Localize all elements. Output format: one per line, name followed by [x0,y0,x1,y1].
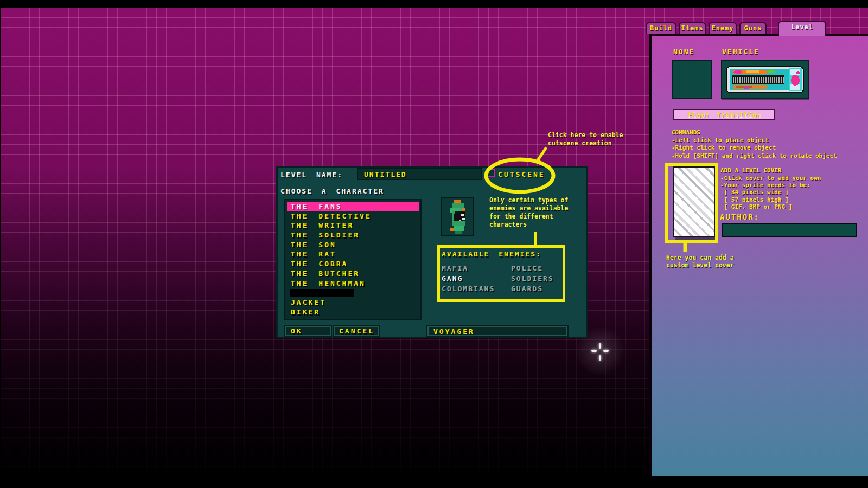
crosshair-dash [599,343,601,349]
enemy-type-police: POLICE [511,264,543,272]
level-name-value: UNTITLED [364,170,407,178]
character-option-selected[interactable]: THE FANS [287,202,419,211]
character-option[interactable]: THE SOLDIER [287,230,419,240]
author-label: AUTHOR: [720,213,760,221]
tab-enemy[interactable]: Enemy [709,22,737,34]
character-option[interactable]: THE SON [287,240,419,250]
crosshair-dash [599,355,601,361]
vehicle-label: VEHICLE [722,48,760,56]
character-option[interactable]: THE DETECTIVE [287,211,419,221]
character-option[interactable]: BIKER [287,307,419,317]
character-option[interactable]: THE COBRA [287,259,419,269]
cover-note: Here you can add a custom level cover [666,254,734,269]
cutscene-label: CUTSCENE [498,170,545,178]
tab-guns[interactable]: Guns [739,22,767,34]
choose-character-label: CHOOSE A CHARACTER [280,187,384,195]
available-enemies-title: AVAILABLE ENEMIES: [442,250,541,258]
enemies-note: Only certain types of enemies are availa… [489,196,568,229]
vehicle-sprite [725,65,805,94]
new-level-dialog: LEVEL NAME: UNTITLED CUTSCENE CHOOSE A C… [276,166,588,338]
crosshair-dash [603,350,609,352]
ok-button[interactable]: OK [285,326,331,336]
none-label: NONE [673,48,694,56]
level-author-value: VOYAGER [433,328,475,336]
cancel-button[interactable]: CANCEL [334,326,379,336]
character-list: THE FANS THE DETECTIVE THE WRITER THE SO… [284,199,422,320]
redaction-bar [290,289,354,297]
character-option-redacted[interactable] [287,288,419,298]
crosshair-cursor [591,342,609,361]
author-input[interactable] [722,223,857,237]
level-name-label: LEVEL NAME: [280,171,343,179]
add-cover-instructions: -Click cover to add your own -Your sprit… [720,175,821,210]
left-edge [0,8,1,476]
tab-items[interactable]: Items [679,22,706,34]
enemy-type-gang: GANG [442,274,463,282]
enemy-type-soldiers: SOLDIERS [511,274,554,282]
cutscene-note: Click here to enable cutscene creation [548,131,623,147]
letterbox-bottom [0,476,868,488]
character-option[interactable]: THE RAT [287,249,419,259]
character-option[interactable]: THE BUTCHER [287,269,419,279]
level-editor-screen: LEVEL NAME: UNTITLED CUTSCENE CHOOSE A C… [0,0,868,488]
character-option[interactable]: THE HENCHMAN [287,279,419,288]
commands-list: -Left click to place object -Right click… [672,137,837,160]
enemy-type-guards: GUARDS [511,285,543,293]
cutscene-checkbox[interactable] [487,169,495,177]
add-cover-title: ADD A LEVEL COVER [720,167,782,174]
character-preview [441,197,474,236]
character-sprite [447,200,469,234]
letterbox-top [0,0,868,8]
enemy-type-colombians: COLOMBIANS [442,285,495,293]
character-option[interactable]: JACKET [287,298,419,307]
floor-transition-button[interactable]: Floor Transition [673,109,775,120]
commands-title: COMMANDS [672,129,700,136]
vehicle-option-swatch[interactable] [721,60,809,99]
level-author-field[interactable]: VOYAGER [427,326,567,336]
tab-build[interactable]: Build [646,22,676,34]
none-option-swatch[interactable] [672,60,712,99]
enemy-type-mafia: MAFIA [442,264,468,272]
character-option[interactable]: THE WRITER [287,221,419,230]
level-name-input[interactable]: UNTITLED [357,168,482,180]
level-cover-image[interactable] [673,166,715,237]
crosshair-dash [591,350,597,352]
tab-level[interactable]: Level [778,21,826,36]
